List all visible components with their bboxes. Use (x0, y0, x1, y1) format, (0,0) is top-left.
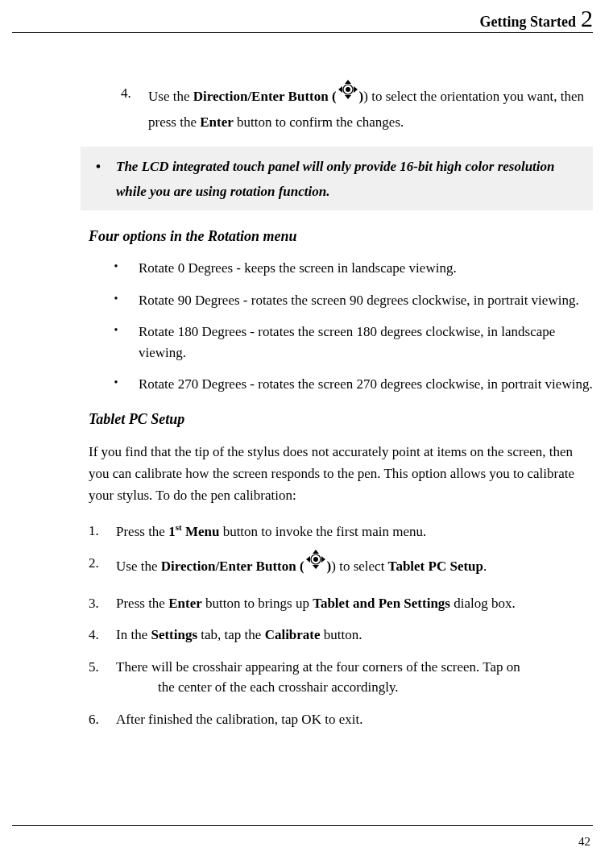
text-fragment: button. (321, 627, 362, 642)
list-text: In the Settings tab, tap the Calibrate b… (116, 625, 593, 646)
header-chapter-number: 2 (581, 6, 593, 31)
list-number: 6. (89, 709, 116, 730)
direction-enter-icon (337, 78, 359, 107)
list-item: 2. Use the Direction/Enter Button ()) to… (89, 553, 593, 582)
svg-marker-6 (313, 550, 319, 554)
bold-fragment: Enter (200, 114, 234, 130)
bullet-mark: • (89, 290, 139, 311)
footer-rule (12, 825, 593, 826)
step-text: Use the Direction/Enter Button ()) to se… (148, 83, 593, 132)
bullet-text: Rotate 270 Degrees - rotates the screen … (139, 374, 593, 395)
text-fragment: the center of the each crosshair accordi… (116, 677, 593, 698)
bold-fragment: Settings (151, 627, 197, 642)
body-paragraph: If you find that the tip of the stylus d… (89, 441, 593, 507)
text-fragment: Press the (116, 524, 168, 539)
note-bullet: • (81, 155, 116, 204)
bold-fragment: Tablet PC Setup (388, 559, 483, 574)
bold-fragment: Direction/Enter Button ( (161, 559, 304, 574)
list-item: 4. In the Settings tab, tap the Calibrat… (89, 625, 593, 646)
section-heading-tablet-setup: Tablet PC Setup (89, 411, 593, 428)
bullet-mark: • (89, 258, 139, 279)
list-item: 3. Press the Enter button to brings up T… (89, 593, 593, 614)
list-text: Press the Enter button to brings up Tabl… (116, 593, 593, 614)
direction-enter-icon (304, 548, 327, 577)
bullet-mark: • (89, 322, 139, 363)
list-number: 2. (89, 553, 116, 582)
bullet-text: Rotate 90 Degrees - rotates the screen 9… (139, 290, 593, 311)
bullet-item: • Rotate 90 Degrees - rotates the screen… (89, 290, 593, 311)
bullet-item: • Rotate 0 Degrees - keeps the screen in… (89, 258, 593, 279)
svg-marker-2 (354, 86, 358, 93)
svg-point-5 (346, 87, 350, 92)
list-text: There will be crosshair appearing at the… (116, 657, 593, 698)
ordered-list: 1. Press the 1st Menu button to invoke t… (89, 521, 593, 729)
list-item: 6. After finished the calibration, tap O… (89, 709, 593, 730)
text-fragment: ) to select (331, 559, 387, 574)
list-number: 1. (89, 521, 116, 542)
svg-marker-0 (345, 80, 351, 84)
bold-fragment: 1st Menu (168, 524, 219, 539)
list-item: 5. There will be crosshair appearing at … (89, 657, 593, 698)
list-item: 1. Press the 1st Menu button to invoke t… (89, 521, 593, 542)
bold-fragment: Enter (168, 596, 202, 611)
note-box: • The LCD integrated touch panel will on… (81, 147, 593, 210)
section-heading-rotation: Four options in the Rotation menu (89, 228, 593, 245)
text-fragment: button to invoke the first main menu. (219, 524, 426, 539)
bullet-text: Rotate 0 Degrees - keeps the screen in l… (139, 258, 593, 279)
text-fragment: Press the (116, 596, 168, 611)
page-header: Getting Started 2 (12, 0, 593, 33)
list-number: 4. (89, 625, 116, 646)
text-fragment: . (483, 559, 487, 574)
svg-marker-1 (338, 86, 342, 93)
bullet-item: • Rotate 180 Degrees - rotates the scree… (89, 322, 593, 363)
bullet-mark: • (89, 374, 139, 395)
bold-fragment: Tablet and Pen Settings (313, 596, 450, 611)
text-fragment: button to confirm the changes. (234, 114, 404, 130)
bullet-text: Rotate 180 Degrees - rotates the screen … (139, 322, 593, 363)
page-content: 4. Use the Direction/Enter Button ()) to… (89, 33, 593, 729)
text-fragment: Use the (116, 559, 161, 574)
text-fragment: button to brings up (202, 596, 313, 611)
list-text: Press the 1st Menu button to invoke the … (116, 521, 593, 542)
text-fragment: dialog box. (450, 596, 516, 611)
svg-marker-3 (345, 95, 351, 99)
list-number: 5. (89, 657, 116, 698)
list-text: After finished the calibration, tap OK t… (116, 709, 593, 730)
svg-marker-7 (306, 556, 310, 563)
svg-point-11 (313, 557, 318, 562)
header-title: Getting Started (480, 14, 576, 31)
list-text: Use the Direction/Enter Button ()) to se… (116, 553, 593, 582)
bold-fragment: Calibrate (265, 627, 321, 642)
bold-fragment: Direction/Enter Button ( (193, 89, 337, 104)
text-fragment: There will be crosshair appearing at the… (116, 659, 520, 675)
list-number: 3. (89, 593, 116, 614)
text-fragment: tab, tap the (197, 627, 265, 642)
step-number: 4. (89, 83, 148, 132)
text-fragment: In the (116, 627, 151, 642)
svg-marker-8 (321, 556, 325, 563)
text-fragment: Use the (148, 89, 193, 104)
svg-marker-9 (313, 565, 319, 569)
step-4: 4. Use the Direction/Enter Button ()) to… (89, 83, 593, 132)
note-text: The LCD integrated touch panel will only… (116, 155, 593, 204)
bullet-item: • Rotate 270 Degrees - rotates the scree… (89, 374, 593, 395)
page-number: 42 (578, 835, 590, 849)
